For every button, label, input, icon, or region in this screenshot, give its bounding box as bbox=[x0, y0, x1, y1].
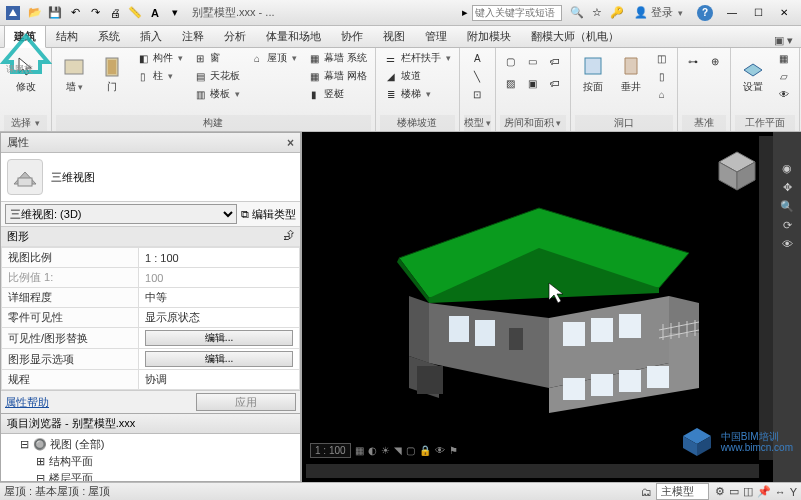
tab-structure[interactable]: 结构 bbox=[46, 25, 88, 47]
infocenter-key-icon[interactable]: 🔑 bbox=[608, 4, 626, 22]
tab-systems[interactable]: 系统 bbox=[88, 25, 130, 47]
roof-button[interactable]: ⌂屋顶▾ bbox=[246, 50, 301, 66]
curtain-grid-button[interactable]: ▦幕墙 网格 bbox=[303, 68, 371, 84]
wall-button[interactable]: 墙▾ bbox=[56, 50, 92, 96]
tab-view[interactable]: 视图 bbox=[373, 25, 415, 47]
railing-button[interactable]: ⚌栏杆扶手▾ bbox=[380, 50, 455, 66]
grid-line-button[interactable]: ⊕ bbox=[704, 50, 726, 72]
room-tag-button[interactable]: 🏷 bbox=[544, 50, 566, 72]
status-select-icon[interactable]: ▭ bbox=[729, 485, 739, 498]
tree-node[interactable]: ⊟ 楼层平面 bbox=[5, 470, 296, 482]
byface-button[interactable]: 按面 bbox=[575, 50, 611, 95]
viewport-vscroll[interactable] bbox=[759, 136, 773, 460]
viewport-canvas[interactable] bbox=[306, 136, 771, 460]
qat-dropdown-icon[interactable]: ▾ bbox=[166, 4, 184, 22]
stair-button[interactable]: ≣楼梯▾ bbox=[380, 86, 455, 102]
prop-edit-button[interactable]: 编辑... bbox=[145, 330, 293, 346]
nav-orbit-icon[interactable]: ⟳ bbox=[783, 219, 792, 232]
qat-text-icon[interactable]: A bbox=[146, 4, 164, 22]
tab-insert[interactable]: 插入 bbox=[130, 25, 172, 47]
component-button[interactable]: ◧构件▾ bbox=[132, 50, 187, 66]
status-filter-icon[interactable]: ⚙ bbox=[715, 485, 725, 498]
properties-close-button[interactable]: × bbox=[287, 136, 294, 150]
ceiling-button[interactable]: ▤天花板 bbox=[189, 68, 244, 84]
viewer-button[interactable]: 👁 bbox=[773, 86, 795, 102]
qat-print-icon[interactable]: 🖨 bbox=[106, 4, 124, 22]
model-group-button[interactable]: ⊡ bbox=[466, 86, 488, 102]
vc-style-icon[interactable]: ◐ bbox=[368, 445, 377, 456]
tab-annotate[interactable]: 注释 bbox=[172, 25, 214, 47]
tree-node[interactable]: ⊟🔘 视图 (全部) bbox=[5, 436, 296, 453]
shaft-button[interactable]: 垂井 bbox=[613, 50, 649, 95]
qat-redo-icon[interactable]: ↷ bbox=[86, 4, 104, 22]
vc-shadow-icon[interactable]: ◥ bbox=[394, 445, 402, 456]
status-xface-icon[interactable]: ◫ bbox=[743, 485, 753, 498]
edit-type-button[interactable]: ⧉编辑类型 bbox=[241, 207, 296, 222]
qat-open-icon[interactable]: 📂 bbox=[26, 4, 44, 22]
infocenter-star-icon[interactable]: ☆ bbox=[588, 4, 606, 22]
column-button[interactable]: ▯柱▾ bbox=[132, 68, 187, 84]
nav-look-icon[interactable]: 👁 bbox=[782, 238, 793, 250]
qat-measure-icon[interactable]: 📏 bbox=[126, 4, 144, 22]
window-close-button[interactable]: ✕ bbox=[771, 4, 797, 22]
prop-value[interactable]: 显示原状态 bbox=[139, 308, 300, 328]
status-pin-icon[interactable]: 📌 bbox=[757, 485, 771, 498]
prop-value[interactable]: 1 : 100 bbox=[139, 248, 300, 268]
prop-value[interactable]: 100 bbox=[139, 268, 300, 288]
status-y-icon[interactable]: Y bbox=[790, 486, 797, 498]
tab-massing[interactable]: 体量和场地 bbox=[256, 25, 331, 47]
status-drag-icon[interactable]: ↔ bbox=[775, 486, 786, 498]
apply-button[interactable]: 应用 bbox=[196, 393, 296, 411]
model-building[interactable] bbox=[359, 188, 719, 420]
prop-value[interactable]: 协调 bbox=[139, 370, 300, 390]
vc-reveal-icon[interactable]: ⚑ bbox=[449, 445, 458, 456]
vc-crop-icon[interactable]: ▢ bbox=[406, 445, 415, 456]
prop-group-expand-icon[interactable]: ⮵ bbox=[283, 229, 294, 244]
door-button[interactable]: 门 bbox=[94, 50, 130, 95]
floor-button[interactable]: ▥楼板▾ bbox=[189, 86, 244, 102]
nav-pan-icon[interactable]: ✥ bbox=[783, 181, 792, 194]
nav-zoom-icon[interactable]: 🔍 bbox=[780, 200, 794, 213]
search-input[interactable] bbox=[472, 5, 562, 21]
tree-twisty-icon[interactable]: ⊞ bbox=[35, 455, 45, 468]
set-workplane-button[interactable]: 设置 bbox=[735, 50, 771, 95]
tree-node[interactable]: ⊞ 结构平面 bbox=[5, 453, 296, 470]
qat-undo-icon[interactable]: ↶ bbox=[66, 4, 84, 22]
prop-edit-button[interactable]: 编辑... bbox=[145, 351, 293, 367]
prop-value[interactable]: 中等 bbox=[139, 288, 300, 308]
window-min-button[interactable]: — bbox=[719, 4, 745, 22]
vc-sun-icon[interactable]: ☀ bbox=[381, 445, 390, 456]
nav-wheel-icon[interactable]: ◉ bbox=[782, 162, 792, 175]
curtain-system-button[interactable]: ▦幕墙 系统 bbox=[303, 50, 371, 66]
prop-value[interactable]: 编辑... bbox=[139, 328, 300, 349]
wall-opening-button[interactable]: ◫ bbox=[651, 50, 673, 66]
vert-opening-button[interactable]: ▯ bbox=[651, 68, 673, 84]
qat-save-icon[interactable]: 💾 bbox=[46, 4, 64, 22]
room-sep-button[interactable]: ▭ bbox=[522, 50, 544, 72]
status-workset-icon[interactable]: 🗂 bbox=[641, 486, 652, 498]
tree-twisty-icon[interactable]: ⊟ bbox=[35, 472, 45, 482]
tab-manage[interactable]: 管理 bbox=[415, 25, 457, 47]
ramp-button[interactable]: ◢坡道 bbox=[380, 68, 455, 84]
properties-selector[interactable]: 三维视图: (3D) bbox=[5, 204, 237, 224]
tab-overflow-icon[interactable]: ▣ ▾ bbox=[766, 34, 801, 47]
help-icon[interactable]: ? bbox=[697, 5, 713, 21]
tree-twisty-icon[interactable]: ⊟ bbox=[19, 438, 29, 451]
dormer-button[interactable]: ⌂ bbox=[651, 86, 673, 102]
window-max-button[interactable]: ☐ bbox=[745, 4, 771, 22]
room-button[interactable]: ▢ bbox=[500, 50, 522, 72]
vc-lock-icon[interactable]: 🔒 bbox=[419, 445, 431, 456]
tab-analyze[interactable]: 分析 bbox=[214, 25, 256, 47]
area-tag-button[interactable]: 🏷 bbox=[544, 72, 566, 94]
ref-plane-button[interactable]: ▱ bbox=[773, 68, 795, 84]
show-wp-button[interactable]: ▦ bbox=[773, 50, 795, 66]
infocenter-search-icon[interactable]: 🔍 bbox=[568, 4, 586, 22]
vc-detail-icon[interactable]: ▦ bbox=[355, 445, 364, 456]
viewport-hscroll[interactable] bbox=[306, 464, 759, 478]
window-button[interactable]: ⊞窗 bbox=[189, 50, 244, 66]
view-scale[interactable]: 1 : 100 bbox=[310, 443, 351, 458]
model-line-button[interactable]: ╲ bbox=[466, 68, 488, 84]
viewcube-icon[interactable] bbox=[713, 146, 761, 194]
tab-collaborate[interactable]: 协作 bbox=[331, 25, 373, 47]
prop-value[interactable]: 编辑... bbox=[139, 349, 300, 370]
